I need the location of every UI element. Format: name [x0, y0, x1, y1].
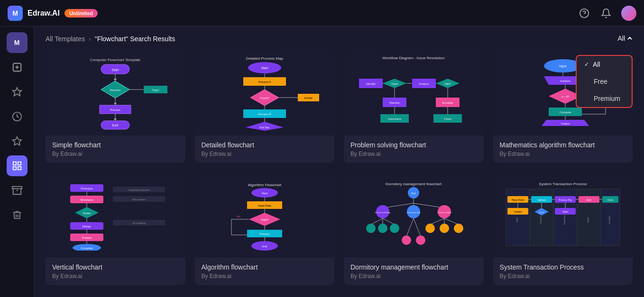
template-thumbnail-3: Workflow Diagram - Issue Resolution Iden… — [344, 50, 484, 135]
topbar-right — [578, 6, 636, 21]
template-info-4: Mathematics algorithm flowchart By Edraw… — [493, 135, 633, 163]
filter-button[interactable]: All — [617, 35, 633, 42]
svg-text:wire creation: wire creation — [132, 198, 146, 201]
svg-text:Workflow Diagram - Issue Resol: Workflow Diagram - Issue Resolution — [383, 56, 445, 60]
svg-rect-10 — [18, 167, 20, 170]
topbar-left: M Edraw.AI Unlimited — [8, 6, 98, 21]
template-title-7: Dormitory management flowchart — [350, 263, 477, 271]
filter-option-premium[interactable]: Premium — [577, 90, 632, 107]
svg-text:n > 0?: n > 0? — [561, 95, 570, 98]
svg-text:Auth: Auth — [587, 198, 592, 201]
svg-point-157 — [390, 224, 399, 233]
sidebar-item-templates[interactable] — [7, 155, 28, 176]
svg-text:Start: Start — [411, 192, 416, 195]
template-info-3: Problem solving flowchart By Edraw.ai — [344, 135, 484, 163]
breadcrumb-all-templates[interactable]: All Templates — [46, 35, 85, 43]
template-card-7[interactable]: Dormitory management flowchart Start Dor… — [344, 172, 484, 285]
template-title-3: Problem solving flowchart — [350, 141, 477, 149]
template-thumbnail-7: Dormitory management flowchart Start Dor… — [344, 172, 484, 258]
svg-rect-11 — [12, 187, 21, 189]
breadcrumb-separator: › — [89, 35, 91, 43]
svg-text:Debit: Debit — [562, 210, 568, 213]
template-author-6: By Edraw.ai — [202, 273, 328, 279]
svg-text:Dormitory management flowchart: Dormitory management flowchart — [386, 182, 442, 186]
template-author-7: By Edraw.ai — [350, 273, 477, 279]
svg-text:Close: Close — [444, 117, 452, 120]
template-card-3[interactable]: Workflow Diagram - Issue Resolution Iden… — [344, 50, 484, 163]
svg-text:Valid?: Valid? — [444, 82, 451, 85]
logo-icon: M — [8, 6, 23, 21]
template-card-5[interactable]: Prototype Wireframe Review Design Finali… — [46, 172, 185, 285]
svg-text:Compute: Compute — [560, 111, 571, 114]
svg-text:Escalate: Escalate — [442, 101, 454, 104]
template-title-6: Algorithm flowchart — [202, 263, 328, 271]
template-thumbnail-5: Prototype Wireframe Review Design Finali… — [46, 172, 185, 258]
svg-rect-9 — [13, 167, 16, 170]
svg-text:Done: Done — [607, 198, 613, 201]
template-author-3: By Edraw.ai — [350, 151, 477, 157]
sidebar-item-ai[interactable] — [7, 81, 28, 102]
logo-letter: M — [12, 9, 18, 17]
svg-text:Information Sys: Information Sys — [407, 211, 420, 214]
sidebar: M — [0, 27, 34, 297]
svg-text:3D modeling: 3D modeling — [132, 222, 146, 225]
template-card-1[interactable]: Computer Flowchart Template Start Decisi… — [46, 50, 185, 163]
template-info-5: Vertical flowchart By Edraw.ai — [46, 258, 185, 285]
sidebar-item-trash[interactable] — [7, 205, 28, 225]
breadcrumb-row: All Templates › "Flowchart" Search Resul… — [46, 27, 633, 50]
template-info-2: Detailed flowchart By Edraw.ai — [195, 135, 335, 163]
svg-text:End Step: End Step — [259, 126, 269, 129]
svg-text:Process B: Process B — [258, 113, 271, 116]
sidebar-item-starred[interactable] — [7, 131, 28, 152]
svg-text:Start: Start — [261, 66, 268, 70]
template-author-4: By Edraw.ai — [500, 151, 626, 157]
template-card-6[interactable]: Algorithm Flowchart Start Input Data Val… — [195, 172, 335, 285]
svg-text:Process A: Process A — [258, 81, 271, 83]
svg-rect-7 — [13, 162, 16, 165]
avatar[interactable] — [621, 6, 636, 21]
svg-text:Confirm: Confirm — [608, 216, 611, 224]
filter-option-free[interactable]: Free — [577, 73, 632, 90]
svg-text:Check: Check — [391, 82, 398, 85]
support-icon[interactable] — [578, 7, 591, 20]
template-author-5: By Edraw.ai — [52, 273, 179, 279]
svg-text:Detailed Process Map: Detailed Process Map — [246, 56, 284, 61]
sidebar-item-workspace[interactable]: M — [7, 32, 28, 53]
template-title-5: Vertical flowchart — [52, 263, 179, 271]
svg-marker-4 — [12, 88, 21, 96]
svg-text:Wireframe: Wireframe — [80, 198, 93, 201]
sidebar-item-new[interactable] — [7, 57, 28, 78]
svg-text:Confirm: Confirm — [514, 210, 522, 213]
svg-point-167 — [416, 235, 425, 245]
svg-point-166 — [402, 235, 411, 245]
filter-all-label: All — [593, 61, 600, 68]
svg-text:Process: Process — [110, 108, 120, 111]
template-card-2[interactable]: Detailed Process Map Start Process A — [195, 50, 335, 163]
svg-text:Valid?: Valid? — [261, 218, 269, 221]
svg-text:Process Pay: Process Pay — [559, 198, 572, 201]
template-thumbnail-1: Computer Flowchart Template Start Decisi… — [46, 50, 185, 135]
sidebar-item-archive[interactable] — [7, 180, 28, 201]
sidebar-item-recent[interactable] — [7, 106, 28, 127]
svg-text:Dormitory Office: Dormitory Office — [438, 211, 452, 214]
svg-text:Check: Check — [539, 211, 544, 214]
template-title-4: Mathematics algorithm flowchart — [500, 141, 626, 149]
svg-text:System: System — [539, 216, 542, 224]
svg-text:Review: Review — [83, 212, 91, 215]
breadcrumb-current: "Flowchart" Search Results — [95, 35, 175, 43]
svg-text:Flag it: Flag it — [152, 89, 159, 91]
svg-text:Prototype: Prototype — [81, 187, 93, 190]
svg-rect-8 — [18, 162, 20, 165]
content: All Templates › "Flowchart" Search Resul… — [34, 27, 644, 297]
filter-dropdown: ✓ All Free Premium — [576, 55, 633, 108]
filter-option-all[interactable]: ✓ All — [577, 56, 632, 73]
template-card-8[interactable]: System Transaction Process User System P… — [493, 172, 633, 285]
svg-text:Identify: Identify — [367, 82, 376, 85]
svg-text:Output: Output — [561, 122, 570, 125]
bell-icon[interactable] — [599, 7, 613, 20]
template-author-2: By Edraw.ai — [202, 151, 328, 157]
template-thumbnail-2: Detailed Process Map Start Process A — [195, 50, 335, 135]
svg-marker-6 — [12, 137, 21, 145]
filter-free-label: Free — [594, 78, 607, 85]
svg-point-155 — [366, 224, 376, 233]
